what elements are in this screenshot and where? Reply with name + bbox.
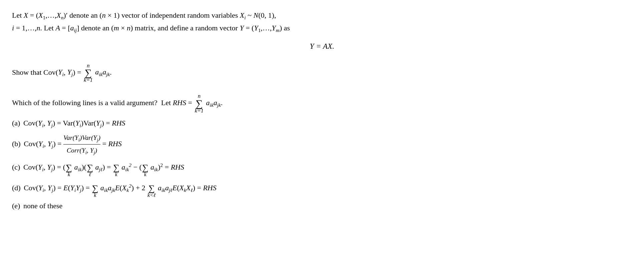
option-e-label: (e) <box>12 202 20 210</box>
option-d-label: (d) <box>12 184 21 192</box>
question-text: Which of the following lines is a valid … <box>12 93 632 113</box>
option-e: (e) none of these <box>12 200 632 212</box>
option-d-text: Cov(Yi, Yj) = E(YiYj) = ∑ k aikajkE(Xk2)… <box>24 184 217 192</box>
option-a-label: (a) <box>12 119 20 127</box>
option-a: (a) Cov(Yi, Yj) = Var(Yi)Var(Yj) = RHS <box>12 117 632 130</box>
option-e-text: none of these <box>23 202 62 210</box>
options-list: (a) Cov(Yi, Yj) = Var(Yi)Var(Yj) = RHS (… <box>12 117 632 212</box>
intro-paragraph: Let X = (X1,…,Xn)′ denote an (n × 1) vec… <box>12 9 632 35</box>
option-d: (d) Cov(Yi, Yj) = E(YiYj) = ∑ k aikajkE(… <box>12 179 632 198</box>
option-b: (b) Cov(Yi, Yj) = Var(Yi)Var(Yj) Corr(Yi… <box>12 132 632 157</box>
option-a-text: Cov(Yi, Yj) = Var(Yi)Var(Yj) = RHS <box>23 119 125 127</box>
main-content: Let X = (X1,…,Xn)′ denote an (n × 1) vec… <box>12 9 632 212</box>
option-c: (c) Cov(Yi, Yj) = ( ∑ k aik)( ∑ ℓ ajℓ) =… <box>12 159 632 177</box>
option-c-label: (c) <box>12 163 20 171</box>
option-c-text: Cov(Yi, Yj) = ( ∑ k aik)( ∑ ℓ ajℓ) = ∑ k <box>23 163 184 171</box>
show-that: Show that Cov(Yi, Yj) = n ∑ k=1 aikajk. <box>12 63 632 83</box>
display-equation: Y = AX. <box>12 41 632 52</box>
option-b-text: Cov(Yi, Yj) = Var(Yi)Var(Yj) Corr(Yi, Yj… <box>24 140 122 148</box>
option-b-label: (b) <box>12 140 21 148</box>
